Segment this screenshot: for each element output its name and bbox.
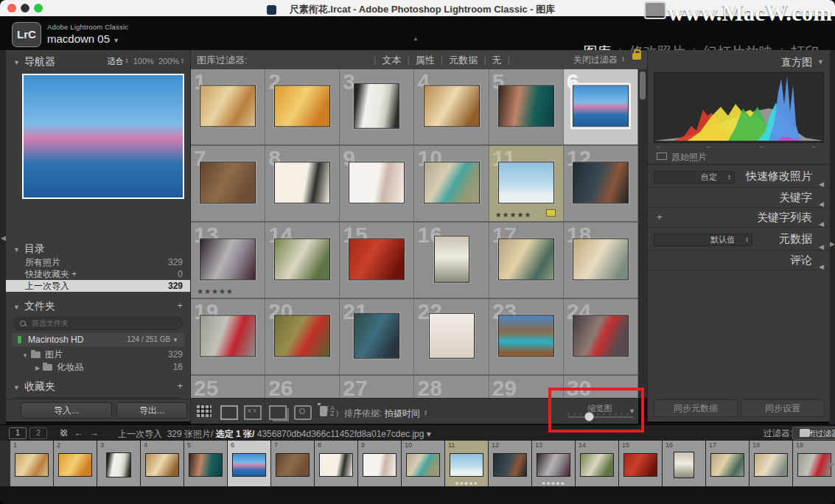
grid-cell-19[interactable]: 19	[191, 299, 265, 376]
right-panel-edge[interactable]	[829, 50, 835, 424]
photo-thumbnail[interactable]	[354, 313, 399, 359]
navigator-zoom-options[interactable]: 适合▲▼ 100% 200%▲▼	[108, 53, 184, 69]
grid-cell-9[interactable]: 9	[340, 146, 414, 223]
grid-scrollbar[interactable]	[638, 69, 647, 398]
photo-thumbnail[interactable]	[623, 453, 657, 477]
photo-thumbnail[interactable]	[498, 161, 554, 203]
filter-switch-icon[interactable]	[800, 429, 810, 437]
panel-collapse-top-icon[interactable]: ▲	[413, 35, 419, 42]
lock-icon[interactable]	[632, 53, 641, 60]
rating-stars[interactable]: ★★★★★	[197, 287, 234, 295]
toolbar-options-chevron-icon[interactable]: ▼	[629, 407, 635, 415]
secondary-window-2-button[interactable]: 2	[29, 427, 47, 439]
filmstrip-cell-12[interactable]: 12	[489, 441, 532, 486]
add-folder-icon[interactable]: +	[177, 298, 183, 314]
photo-thumbnail[interactable]	[424, 161, 480, 203]
metadata-preset-dropdown[interactable]: 默认值▲▼	[654, 234, 752, 246]
people-view-icon[interactable]	[294, 405, 312, 420]
photo-thumbnail[interactable]	[797, 453, 831, 477]
navigator-preview[interactable]	[22, 74, 184, 199]
histogram-chart[interactable]	[654, 72, 824, 143]
add-keyword-icon[interactable]: +	[657, 208, 663, 227]
photo-thumbnail[interactable]	[573, 85, 629, 127]
import-button[interactable]: 导入...	[21, 402, 112, 419]
volume-row[interactable]: Macintosh HD124 / 251 GB ▼	[12, 333, 184, 346]
photo-thumbnail[interactable]	[754, 453, 788, 477]
filter-tab-attribute[interactable]: 属性	[416, 55, 435, 66]
metadata-header[interactable]: 默认值▲▼元数据◀	[648, 227, 830, 250]
grid-cell-1[interactable]: 1	[191, 69, 265, 146]
collections-header[interactable]: ▼收藏夹+	[6, 378, 190, 394]
filmstrip-cell-2[interactable]: 2	[54, 441, 97, 486]
grid-cell-26[interactable]: 26	[265, 376, 340, 398]
photo-thumbnail[interactable]	[406, 453, 440, 477]
grid-cell-5[interactable]: 5	[489, 69, 564, 146]
photo-thumbnail[interactable]	[58, 453, 92, 477]
filmstrip-cell-17[interactable]: 17	[706, 441, 750, 486]
photo-thumbnail[interactable]	[349, 238, 405, 280]
folders-header[interactable]: ▼文件夹+	[6, 298, 190, 314]
photo-thumbnail[interactable]	[573, 161, 629, 203]
grid-cell-14[interactable]: 14	[265, 223, 340, 299]
photo-thumbnail[interactable]	[200, 238, 256, 280]
catalog-item-quick-collection[interactable]: 快捷收藏夹 +0	[6, 268, 190, 280]
filmstrip-cell-7[interactable]: 7	[271, 441, 315, 486]
photo-thumbnail[interactable]	[189, 453, 223, 477]
filmstrip-cell-1[interactable]: 1	[10, 441, 54, 486]
folder-item-cosmetics[interactable]: ▶化妆品16	[6, 361, 190, 374]
collapse-left-icon[interactable]: ◀	[1, 234, 6, 242]
thumbnail-slider-knob[interactable]	[584, 412, 594, 421]
grid-cell-23[interactable]: 23	[489, 299, 564, 376]
grid-cell-15[interactable]: 15	[340, 223, 414, 299]
grid-scrollbar-thumb[interactable]	[640, 71, 646, 99]
photo-thumbnail[interactable]	[274, 161, 330, 203]
filter-tab-none[interactable]: 无	[492, 55, 502, 66]
filter-tab-text[interactable]: 文本	[382, 55, 401, 66]
filmstrip-cell-4[interactable]: 4	[141, 441, 184, 486]
photo-thumbnail[interactable]	[106, 452, 131, 477]
filmstrip-cell-6[interactable]: 6	[228, 441, 271, 486]
photo-thumbnail[interactable]	[493, 453, 527, 477]
catalog-header[interactable]: ▼目录	[6, 240, 190, 256]
photo-thumbnail[interactable]	[429, 313, 475, 359]
keywording-header[interactable]: 关键字◀	[648, 187, 830, 207]
grid-cell-8[interactable]: 8	[265, 146, 340, 223]
photo-thumbnail[interactable]	[354, 83, 399, 129]
filmstrip-cell-11[interactable]: 11★★★★★	[445, 441, 489, 486]
grid-cell-16[interactable]: 16	[414, 223, 489, 299]
grid-cell-7[interactable]: 7	[191, 146, 265, 223]
keyword-list-header[interactable]: +关键字列表◀	[648, 207, 830, 227]
photo-thumbnail[interactable]	[200, 315, 256, 357]
filmstrip-scroll-right-icon[interactable]: ▶	[828, 460, 834, 468]
catalog-item-all-photos[interactable]: 所有照片329	[6, 256, 190, 268]
grid-cell-3[interactable]: 3	[340, 69, 414, 146]
photo-thumbnail[interactable]	[674, 452, 694, 478]
photo-thumbnail[interactable]	[274, 85, 330, 127]
photo-thumbnail[interactable]	[200, 161, 256, 203]
sync-settings-button[interactable]: 同步设置	[741, 399, 825, 417]
expand-right-icon[interactable]: ▶	[830, 240, 835, 248]
photo-thumbnail[interactable]	[710, 453, 744, 477]
loupe-view-icon[interactable]	[220, 405, 238, 420]
export-button[interactable]: 导出...	[116, 402, 187, 419]
filter-preset-dropdown[interactable]: 关闭过滤器 ▲▼	[573, 54, 625, 66]
grid-cell-13[interactable]: 13★★★★★	[191, 223, 265, 299]
thumbnail-size-slider[interactable]	[568, 416, 633, 418]
breadcrumb[interactable]: 上一次导入 329 张照片/ 选定 1 张/ 4356870db4d366c11…	[118, 428, 431, 441]
grid-cell-28[interactable]: 28	[414, 376, 489, 398]
grid-cell-2[interactable]: 2	[265, 69, 340, 146]
filmstrip-cell-18[interactable]: 18	[750, 441, 793, 486]
photo-thumbnail[interactable]	[537, 453, 570, 477]
grid-cell-18[interactable]: 18	[564, 223, 638, 299]
histogram-header[interactable]: 直方图▼	[648, 53, 830, 71]
photo-thumbnail[interactable]	[363, 453, 396, 477]
sync-metadata-button[interactable]: 同步元数据	[654, 399, 738, 417]
filmstrip-cell-15[interactable]: 15	[619, 441, 663, 486]
photo-thumbnail[interactable]	[319, 453, 353, 477]
catalog-name[interactable]: macdown 05 ▼	[47, 32, 119, 45]
grid-cell-11[interactable]: 11★★★★★	[489, 146, 564, 223]
photo-thumbnail[interactable]	[232, 453, 266, 477]
survey-view-icon[interactable]	[269, 405, 287, 420]
left-panel-edge[interactable]: ◀	[0, 50, 6, 424]
filmstrip-filter-dropdown[interactable]: 关闭过滤器▲▼	[792, 427, 835, 440]
